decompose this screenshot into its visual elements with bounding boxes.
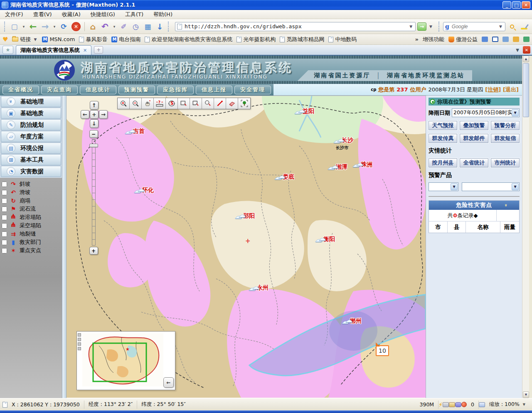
- bookmark-links-folder[interactable]: 链接▼: [12, 36, 38, 43]
- minimap-tool-buttons[interactable]: [78, 333, 81, 350]
- layer-collapse[interactable]: ↻崩塌: [2, 197, 62, 205]
- layer-mining-collapse-checkbox[interactable]: [2, 223, 7, 229]
- warning-analysis-button[interactable]: 预警分析: [491, 121, 520, 130]
- layer-karst-collapse[interactable]: ψ岩溶塌陷: [2, 213, 62, 221]
- redline-icon[interactable]: [214, 98, 226, 109]
- zoom-track[interactable]: [92, 139, 96, 246]
- city-marker-changsha[interactable]: ☁☁长沙: [333, 137, 353, 144]
- city-marker-shaoyang[interactable]: ☁☁邵阳: [235, 212, 255, 220]
- select-polygon-icon[interactable]: [190, 98, 202, 109]
- bookmark-msn[interactable]: MMSN.com: [42, 36, 75, 42]
- refresh-icon[interactable]: ⟳: [58, 21, 69, 32]
- chevron-down-icon[interactable]: ▼: [512, 109, 519, 116]
- close-button[interactable]: ✕: [522, 1, 530, 9]
- filter-icon[interactable]: [455, 402, 461, 407]
- nav-tab-emergency[interactable]: 应急指挥: [157, 86, 194, 94]
- link-geo-monitoring[interactable]: 湖南省地质环境监测总站: [387, 72, 465, 79]
- overview-minimap[interactable]: ★ ←: [76, 331, 175, 390]
- dangerous-points-header[interactable]: 危险性灾害点 »: [429, 201, 519, 210]
- overlay-warning-button[interactable]: 叠加预警: [460, 121, 488, 130]
- mass-email-button[interactable]: 群发邮件: [460, 134, 488, 143]
- bookmark-item[interactable]: 暴风影音: [79, 36, 107, 43]
- city-marker-zhuzhou[interactable]: ☁☁株洲: [352, 161, 372, 168]
- link-land-resources[interactable]: 湖南省国土资源厅: [314, 72, 371, 79]
- scroll-down-icon[interactable]: ▼: [523, 391, 529, 398]
- tab-close-icon[interactable]: ✕: [83, 48, 87, 53]
- bookmark-item[interactable]: 光年摄影机构: [236, 36, 276, 43]
- city-marker-xiangtan[interactable]: ☁☁湘潭: [328, 163, 347, 171]
- search-box[interactable]: g ▼: [443, 22, 505, 31]
- bookmark-item[interactable]: 中地数码: [328, 36, 357, 43]
- pan-left-button[interactable]: ←: [81, 110, 89, 119]
- sidebar-item-annual-scheme[interactable]: ▱年度方案: [1, 131, 61, 142]
- home-icon[interactable]: ⌂: [87, 21, 99, 32]
- boost-lightning-icon[interactable]: ⚡: [438, 401, 443, 408]
- map-viewport[interactable]: ? S ↑ ← + → ↓ − +: [66, 96, 426, 398]
- tab-list-dropdown-icon[interactable]: ▼: [514, 46, 521, 54]
- scrollbar-thumb[interactable]: [523, 63, 529, 117]
- download-icon[interactable]: ↓: [154, 21, 165, 32]
- back-icon[interactable]: ←: [27, 21, 39, 32]
- address-input[interactable]: [184, 23, 406, 30]
- pan-right-button[interactable]: →: [99, 110, 108, 119]
- undo-dropdown-icon[interactable]: ▾: [111, 21, 117, 32]
- weather-forecast-button[interactable]: 天气预报: [429, 121, 457, 130]
- rainfall-flag-marker[interactable]: 10: [376, 345, 389, 356]
- layer-ground-fissure-checkbox[interactable]: [2, 231, 7, 237]
- city-marker-hengyang[interactable]: ☁☁衡阳: [315, 236, 335, 243]
- proxy-icon[interactable]: [443, 402, 449, 407]
- forward-icon[interactable]: →: [39, 21, 51, 32]
- highlight-icon[interactable]: [518, 21, 530, 32]
- collapse-chevrons-icon[interactable]: »: [503, 204, 508, 207]
- layer-debris-flow[interactable]: ⚑泥石流: [2, 205, 62, 213]
- city-marker-loudi[interactable]: ☁☁娄底: [274, 173, 294, 181]
- province-stats-button[interactable]: 全省统计: [460, 158, 488, 167]
- active-tab[interactable]: 湖南省地质灾害信息系统 ✕: [16, 45, 91, 55]
- new-page-icon[interactable]: ▢: [9, 21, 20, 32]
- new-page-dropdown-icon[interactable]: ▾: [21, 21, 27, 32]
- select-circle-icon[interactable]: [202, 98, 214, 109]
- addon-charity[interactable]: 傲游公益: [448, 36, 478, 43]
- mass-sms-button[interactable]: 群发短信: [491, 134, 520, 143]
- address-bar[interactable]: ▼: [175, 22, 416, 31]
- bookmark-item[interactable]: M电台指南: [111, 36, 140, 43]
- zoom-minus-button[interactable]: −: [89, 130, 98, 138]
- layer-debris-flow-checkbox[interactable]: [2, 206, 7, 212]
- layer-rescue-dept[interactable]: ▮救灾部门: [2, 238, 62, 246]
- nav-tab-query[interactable]: 灾点查询: [41, 86, 78, 94]
- window-tiles-icon[interactable]: ▦: [142, 21, 153, 32]
- scroll-up-icon[interactable]: ▲: [523, 56, 529, 62]
- pen-plugin-icon[interactable]: [513, 37, 519, 42]
- layer-ground-fissure[interactable]: ⇉地裂缝: [2, 230, 62, 238]
- zoom-in-icon[interactable]: [118, 98, 130, 109]
- skin-plugin-icon[interactable]: [523, 37, 530, 42]
- layer-key-points[interactable]: ✶重点灾点: [2, 246, 62, 255]
- pan-center-button[interactable]: +: [90, 110, 99, 119]
- bookmark-item[interactable]: 欢迎登陆湖南省地质灾害信息系统: [145, 36, 232, 43]
- layer-mining-collapse[interactable]: ψ采空塌陷: [2, 221, 62, 230]
- layer-landslide[interactable]: ↶滑坡: [2, 188, 62, 197]
- city-marker-jishou[interactable]: ☁☁吉首: [125, 128, 145, 135]
- zoom-handle[interactable]: [89, 144, 98, 148]
- city-marker-chenzhou[interactable]: ☁☁郴州: [342, 317, 362, 325]
- addon-enhance[interactable]: 增强功能: [423, 36, 444, 43]
- sidebar-item-base-geology[interactable]: ▣基础地质: [1, 108, 61, 119]
- undo-icon[interactable]: ↶: [99, 21, 111, 32]
- sidebar-item-basic-tools[interactable]: ⊞基本工具: [1, 154, 61, 165]
- magic-wand-icon[interactable]: ✐: [118, 21, 129, 32]
- nav-tab-report[interactable]: 信息上报: [196, 86, 232, 94]
- minimize-button[interactable]: _: [502, 1, 511, 9]
- eraser-icon[interactable]: [226, 98, 238, 109]
- address-dropdown-icon[interactable]: ▼: [408, 25, 414, 29]
- zoom-out-icon[interactable]: [130, 98, 142, 109]
- zoom-level[interactable]: 缩放 : 100%▼: [485, 401, 530, 409]
- measure-icon[interactable]: ?: [154, 98, 166, 109]
- search-icon[interactable]: [506, 21, 517, 32]
- menu-tools[interactable]: 工具(T): [120, 10, 148, 19]
- sidebar-item-disaster-data[interactable]: ◔灾害数据: [1, 166, 61, 177]
- pan-hand-icon[interactable]: [142, 98, 154, 109]
- menu-groups[interactable]: 快捷组(G): [86, 10, 120, 19]
- nav-tab-forecast[interactable]: 预测预警: [118, 86, 155, 94]
- maximize-button[interactable]: □: [512, 1, 521, 9]
- close-tab-button[interactable]: ✕: [523, 46, 530, 54]
